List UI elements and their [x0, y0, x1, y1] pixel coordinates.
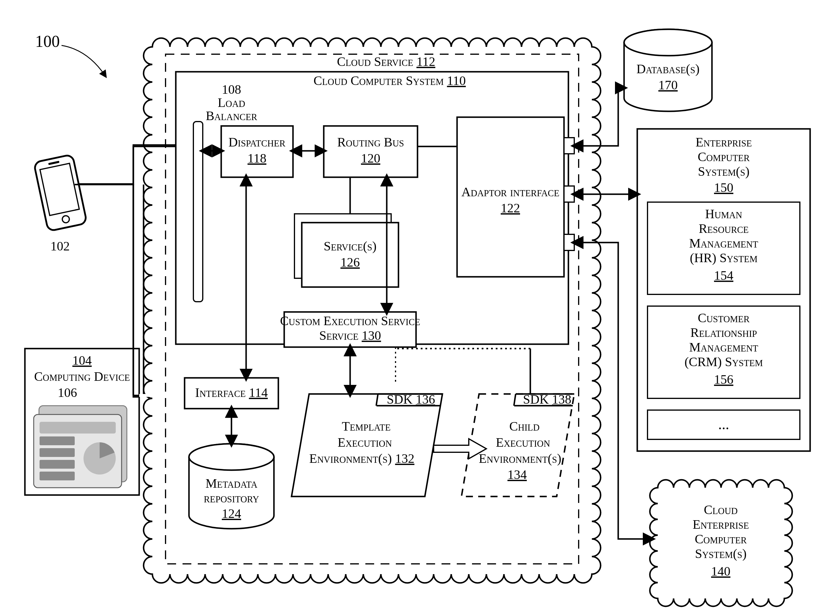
enterprise-num: 150: [714, 180, 733, 195]
computing-device-sub: 106: [58, 386, 77, 400]
metadata-title2: repository: [204, 491, 259, 505]
template-env-t1: Template: [342, 419, 391, 434]
load-balancer-num: 108: [222, 82, 241, 97]
svg-text:Enterprise: Enterprise: [693, 517, 749, 532]
enterprise-t1: Enterprise: [696, 135, 752, 150]
database-num: 170: [658, 78, 678, 92]
load-balancer-label: Load: [218, 95, 245, 110]
svg-rect-22: [40, 448, 75, 457]
svg-text:(HR) System: (HR) System: [690, 251, 758, 265]
svg-text:Customer: Customer: [698, 311, 750, 325]
routing-bus-num: 120: [361, 151, 380, 166]
dispatcher-num: 118: [248, 151, 266, 166]
custom-exec-title: Custom Execution Service: [280, 314, 420, 328]
cloud-enterprise-num: 140: [711, 564, 730, 578]
load-balancer-bar: [193, 122, 203, 302]
svg-point-27: [624, 29, 712, 56]
svg-text:Management: Management: [689, 340, 758, 355]
template-env-t3: Environment(s) 132: [309, 452, 414, 466]
custom-exec-sub: Service 130: [319, 329, 381, 343]
child-env-t1: Child: [509, 419, 539, 434]
enterprise-t3: System(s): [698, 164, 749, 179]
metadata-num: 124: [222, 506, 241, 521]
template-env-t2: Execution: [338, 435, 392, 450]
metadata-title: Metadata: [206, 476, 257, 491]
services-title: Service(s): [324, 239, 376, 253]
svg-rect-23: [40, 460, 75, 469]
child-env-num: 134: [507, 468, 527, 482]
svg-rect-21: [40, 436, 75, 445]
computing-device-num: 104: [72, 353, 92, 368]
sdk-child-label: SDK 138: [523, 392, 571, 406]
svg-text:System(s): System(s): [695, 547, 746, 561]
routing-bus-title: Routing Bus: [337, 135, 404, 150]
mobile-ref: 102: [50, 239, 70, 253]
services-box: [302, 223, 398, 287]
svg-text:Cloud: Cloud: [704, 503, 737, 517]
svg-text:Computer: Computer: [695, 532, 747, 546]
svg-rect-24: [40, 472, 75, 480]
svg-text:(CRM) System: (CRM) System: [684, 355, 763, 369]
svg-rect-20: [40, 422, 116, 434]
cloud-computer-system-title: Cloud Computer System 110: [313, 73, 466, 88]
svg-text:Management: Management: [689, 236, 758, 251]
hr-num: 154: [714, 268, 733, 283]
svg-rect-1: [564, 186, 574, 202]
crm-num: 156: [714, 372, 733, 387]
dispatcher-title: Dispatcher: [229, 135, 286, 150]
svg-text:Relationship: Relationship: [690, 326, 757, 340]
child-env-t3: Environment(s): [479, 452, 561, 466]
interface-label: Interface 114: [195, 386, 268, 400]
enterprise-t2: Computer: [698, 150, 750, 164]
database-title: Database(s): [636, 62, 699, 76]
figure-ref: 100: [35, 32, 60, 50]
svg-text:Resource: Resource: [699, 221, 749, 236]
load-balancer-label2: Balancer: [206, 109, 257, 123]
child-env-t2: Execution: [496, 435, 550, 450]
computing-device-title: Computing Device: [34, 370, 130, 384]
mobile-device-icon: [34, 154, 87, 232]
adaptor-title: Adaptor interface: [461, 185, 560, 199]
sdk-template-label: SDK 136: [387, 392, 435, 406]
enterprise-more: ...: [718, 416, 729, 432]
services-num: 126: [341, 255, 360, 270]
diagram-canvas: 100 Cloud Service 112 Cloud Computer Sys…: [0, 0, 840, 616]
figure-ref-arrow: [62, 45, 106, 76]
server-icon: [34, 406, 127, 488]
svg-text:Human: Human: [705, 207, 742, 221]
svg-rect-2: [564, 234, 574, 251]
adaptor-num: 122: [501, 201, 520, 215]
svg-point-5: [189, 444, 274, 470]
cloud-service-title: Cloud Service 112: [337, 54, 435, 69]
svg-rect-0: [564, 138, 574, 154]
